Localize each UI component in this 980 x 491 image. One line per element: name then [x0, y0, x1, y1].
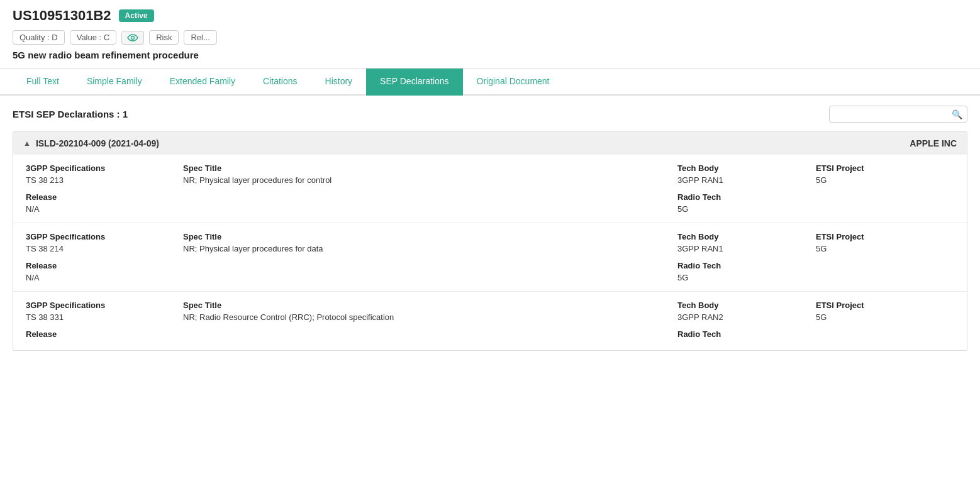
declaration-id: ISLD-202104-009 (2021-04-09) — [36, 138, 159, 148]
col-header-tech-body-2: Tech Body — [677, 232, 816, 241]
spec-value-1-radiotech: 5G — [677, 204, 816, 214]
spec-value-2-etsi: 5G — [816, 244, 954, 253]
spec-value-3-title: NR; Radio Resource Control (RRC); Protoc… — [183, 312, 677, 322]
tab-sep-declarations[interactable]: SEP Declarations — [366, 69, 462, 96]
header-top: US10951301B2 Active — [13, 8, 967, 24]
spec-cell-2-etsi: ETSI Project 5G — [816, 232, 954, 282]
declaration-company: APPLE INC — [910, 138, 957, 148]
tab-bar: Full Text Simple Family Extended Family … — [0, 69, 980, 96]
declaration-header-title: ▲ ISLD-202104-009 (2021-04-09) — [23, 138, 159, 148]
tab-extended-family[interactable]: Extended Family — [156, 69, 249, 96]
spec-cell-3-title: Spec Title NR; Radio Resource Control (R… — [183, 301, 677, 341]
section-title: ETSI SEP Declarations : 1 — [13, 109, 128, 119]
tab-full-text[interactable]: Full Text — [13, 69, 73, 96]
col-header-3gpp-3: 3GPP Specifications — [26, 301, 183, 310]
col-header-release-2: Release — [26, 261, 183, 270]
col-header-3gpp-2: 3GPP Specifications — [26, 232, 183, 241]
col-header-etsi-project-3: ETSI Project — [816, 301, 954, 310]
col-header-3gpp: 3GPP Specifications — [26, 163, 183, 173]
status-badge: Active — [119, 9, 154, 22]
spec-row-3: 3GPP Specifications TS 38 331 Release Sp… — [13, 292, 967, 350]
header-controls: Quality : D Value : C Risk Rel... — [13, 30, 967, 45]
spec-value-2-title: NR; Physical layer procedures for data — [183, 244, 677, 253]
patent-title: 5G new radio beam refinement procedure — [13, 50, 967, 63]
spec-cell-1-title: Spec Title NR; Physical layer procedures… — [183, 163, 677, 214]
value-badge[interactable]: Value : C — [70, 30, 117, 45]
col-header-spec-title-2: Spec Title — [183, 232, 677, 241]
tab-simple-family[interactable]: Simple Family — [73, 69, 156, 96]
patent-id: US10951301B2 — [13, 8, 111, 24]
main-content: ETSI SEP Declarations : 1 🔍 ▲ ISLD-20210… — [0, 96, 980, 368]
spec-value-3-3gpp: TS 38 331 — [26, 312, 183, 322]
tab-history[interactable]: History — [311, 69, 367, 96]
spec-value-3-techbody: 3GPP RAN2 — [677, 312, 816, 322]
spec-value-1-techbody: 3GPP RAN1 — [677, 175, 816, 185]
chevron-up-icon: ▲ — [23, 139, 31, 148]
spec-cell-2-techbody: Tech Body 3GPP RAN1 Radio Tech 5G — [677, 232, 816, 282]
spec-row-1: 3GPP Specifications TS 38 213 Release N/… — [13, 155, 967, 223]
rel-badge[interactable]: Rel... — [184, 30, 216, 45]
spec-value-3-etsi: 5G — [816, 312, 954, 322]
spec-cell-1-3gpp: 3GPP Specifications TS 38 213 Release N/… — [26, 163, 183, 214]
col-header-radio-tech-2: Radio Tech — [677, 261, 816, 270]
spec-cell-1-etsi: ETSI Project 5G — [816, 163, 954, 214]
col-header-radio-tech-1: Radio Tech — [677, 192, 816, 202]
page-header: US10951301B2 Active Quality : D Value : … — [0, 0, 980, 69]
col-header-spec-title: Spec Title — [183, 163, 677, 173]
col-header-etsi-project: ETSI Project — [816, 163, 954, 173]
tab-citations[interactable]: Citations — [249, 69, 311, 96]
spec-value-2-techbody: 3GPP RAN1 — [677, 244, 816, 253]
col-header-radio-tech-3: Radio Tech — [677, 329, 816, 339]
spec-cell-2-3gpp: 3GPP Specifications TS 38 214 Release N/… — [26, 232, 183, 282]
col-header-tech-body-3: Tech Body — [677, 301, 816, 310]
section-header: ETSI SEP Declarations : 1 🔍 — [13, 106, 967, 123]
risk-badge[interactable]: Risk — [149, 30, 179, 45]
spec-value-2-radiotech: 5G — [677, 273, 816, 282]
svg-point-0 — [131, 36, 135, 39]
spec-cell-3-etsi: ETSI Project 5G — [816, 301, 954, 341]
col-header-spec-title-3: Spec Title — [183, 301, 677, 310]
declaration-block: ▲ ISLD-202104-009 (2021-04-09) APPLE INC… — [13, 131, 967, 351]
spec-value-1-3gpp: TS 38 213 — [26, 175, 183, 185]
spec-cell-1-techbody: Tech Body 3GPP RAN1 Radio Tech 5G — [677, 163, 816, 214]
search-input[interactable] — [829, 106, 967, 123]
spec-row-2: 3GPP Specifications TS 38 214 Release N/… — [13, 223, 967, 292]
tab-original-document[interactable]: Original Document — [463, 69, 564, 96]
spec-value-2-3gpp: TS 38 214 — [26, 244, 183, 253]
spec-cell-3-3gpp: 3GPP Specifications TS 38 331 Release — [26, 301, 183, 341]
declaration-header[interactable]: ▲ ISLD-202104-009 (2021-04-09) APPLE INC — [13, 132, 967, 155]
quality-badge[interactable]: Quality : D — [13, 30, 65, 45]
edit-button[interactable] — [121, 31, 144, 45]
col-header-release-3: Release — [26, 329, 183, 339]
spec-value-1-etsi: 5G — [816, 175, 954, 185]
spec-cell-2-title: Spec Title NR; Physical layer procedures… — [183, 232, 677, 282]
spec-value-2-release: N/A — [26, 273, 183, 282]
spec-cell-3-techbody: Tech Body 3GPP RAN2 Radio Tech — [677, 301, 816, 341]
edit-icon — [127, 33, 138, 42]
col-header-release-1: Release — [26, 192, 183, 202]
spec-value-1-release: N/A — [26, 204, 183, 214]
spec-value-1-title: NR; Physical layer procedures for contro… — [183, 175, 677, 185]
col-header-etsi-project-2: ETSI Project — [816, 232, 954, 241]
col-header-tech-body: Tech Body — [677, 163, 816, 173]
search-wrapper: 🔍 — [829, 106, 967, 123]
